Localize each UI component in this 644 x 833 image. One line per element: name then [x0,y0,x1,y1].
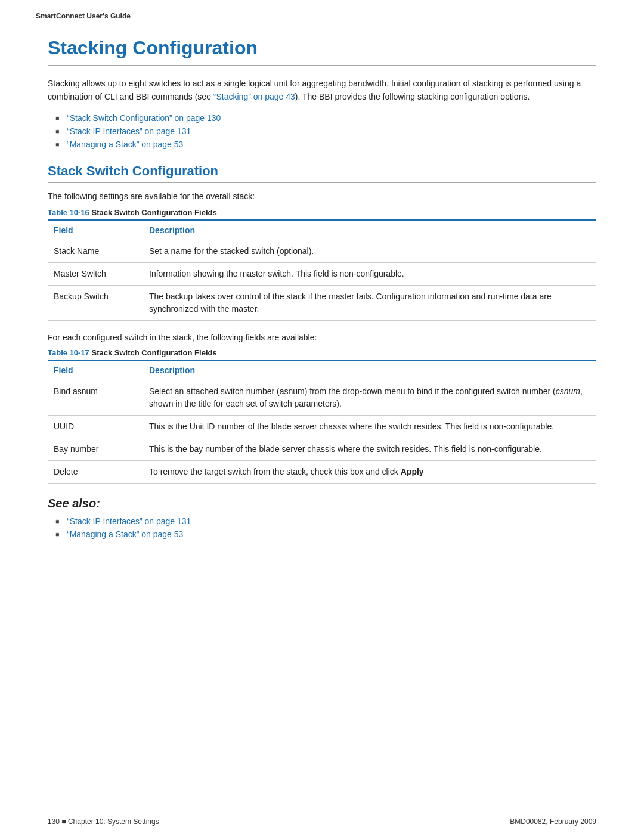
table17-caption-rest: Stack Switch Configuration Fields [89,348,217,357]
see-also-item-2: “Managing a Stack” on page 53 [54,529,596,539]
top-bullet-list: “Stack Switch Configuration” on page 130… [54,113,596,149]
table17-header-row: Field Description [48,360,596,380]
table-row: Master Switch Information showing the ma… [48,262,596,285]
footer: 130 ■ Chapter 10: System Settings BMD000… [0,810,644,833]
see-also-item-1: “Stack IP Interfaces” on page 131 [54,516,596,526]
stack-switch-config-link[interactable]: “Stack Switch Configuration” on page 130 [67,113,221,123]
table16-caption-bold: Table 10-16 [48,208,89,217]
field-backup-switch: Backup Switch [48,285,143,320]
field-stack-name: Stack Name [48,240,143,262]
bullet-item-2: “Stack IP Interfaces” on page 131 [54,126,596,136]
desc-backup-switch: The backup takes over control of the sta… [143,285,596,320]
between-tables-text: For each configured switch in the stack,… [48,333,596,342]
page-title: Stacking Configuration [48,37,596,66]
table16-caption: Table 10-16 Stack Switch Configuration F… [48,208,596,217]
managing-stack-link-2[interactable]: “Managing a Stack” on page 53 [67,529,183,539]
apply-bold-text: Apply [401,467,424,476]
field-bay-number: Bay number [48,438,143,460]
table-row: UUID This is the Unit ID number of the b… [48,415,596,438]
desc-bay-number: This is the bay number of the blade serv… [143,438,596,460]
footer-left: 130 ■ Chapter 10: System Settings [48,817,159,826]
content-area: Stacking Configuration Stacking allows u… [0,25,644,810]
table17-caption: Table 10-17 Stack Switch Configuration F… [48,348,596,357]
stack-ip-interfaces-link-1[interactable]: “Stack IP Interfaces” on page 131 [67,126,191,136]
field-bind-asnum: Bind asnum [48,380,143,415]
header-bar: SmartConnect User's Guide [0,0,644,25]
section1-title: Stack Switch Configuration [48,163,596,183]
desc-bind-asnum: Select an attached switch number (asnum)… [143,380,596,415]
desc-delete: To remove the target switch from the sta… [143,460,596,483]
table-16: Field Description Stack Name Set a name … [48,219,596,321]
bullet-item-3: “Managing a Stack” on page 53 [54,140,596,149]
table-row: Bind asnum Select an attached switch num… [48,380,596,415]
managing-stack-link-1[interactable]: “Managing a Stack” on page 53 [67,140,183,149]
desc-stack-name: Set a name for the stacked switch (optio… [143,240,596,262]
table16-header-field: Field [48,220,143,240]
section1-desc: The following settings are available for… [48,191,596,201]
table16-caption-rest: Stack Switch Configuration Fields [89,208,217,217]
see-also-list: “Stack IP Interfaces” on page 131 “Manag… [54,516,596,539]
page: SmartConnect User's Guide Stacking Confi… [0,0,644,833]
stack-ip-interfaces-link-2[interactable]: “Stack IP Interfaces” on page 131 [67,516,191,526]
field-delete: Delete [48,460,143,483]
field-master-switch: Master Switch [48,262,143,285]
table-row: Backup Switch The backup takes over cont… [48,285,596,320]
table-row: Stack Name Set a name for the stacked sw… [48,240,596,262]
bullet-item-1: “Stack Switch Configuration” on page 130 [54,113,596,123]
stacking-link[interactable]: “Stacking” on page 43 [213,92,295,101]
table17-header-field: Field [48,360,143,380]
desc-master-switch: Information showing the master switch. T… [143,262,596,285]
table-row: Bay number This is the bay number of the… [48,438,596,460]
table-row: Delete To remove the target switch from … [48,460,596,483]
table17-header-desc: Description [143,360,596,380]
table17-caption-bold: Table 10-17 [48,348,89,357]
guide-title: SmartConnect User's Guide [36,12,131,20]
table16-header-desc: Description [143,220,596,240]
footer-right: BMD00082, February 2009 [510,817,596,826]
see-also-title: See also: [48,497,596,510]
desc-uuid: This is the Unit ID number of the blade … [143,415,596,438]
table-17: Field Description Bind asnum Select an a… [48,360,596,484]
intro-paragraph: Stacking allows up to eight switches to … [48,77,596,104]
table16-header-row: Field Description [48,220,596,240]
field-uuid: UUID [48,415,143,438]
